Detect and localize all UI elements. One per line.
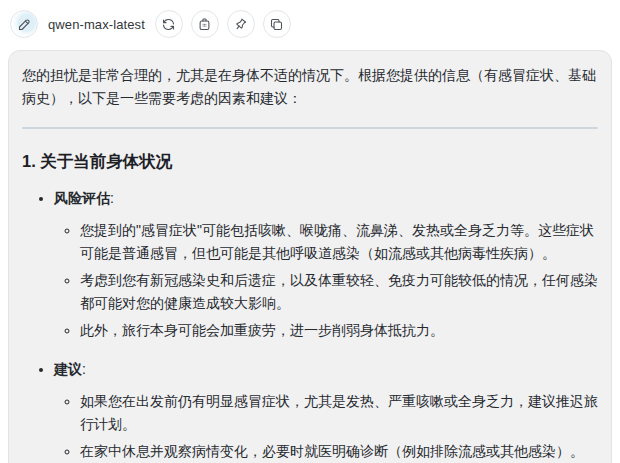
sub-list-item: 此外，旅行本身可能会加重疲劳，进一步削弱身体抵抗力。 xyxy=(80,319,598,342)
sub-bullet-list: 您提到的"感冒症状"可能包括咳嗽、喉咙痛、流鼻涕、发热或全身乏力等。这些症状可能… xyxy=(54,219,598,342)
list-item-advice: 建议: 如果您在出发前仍有明显感冒症状，尤其是发热、严重咳嗽或全身乏力，建议推迟… xyxy=(54,358,598,463)
trash-icon xyxy=(197,17,212,32)
bullet-label: 建议 xyxy=(54,361,82,377)
list-item-risk: 风险评估: 您提到的"感冒症状"可能包括咳嗽、喉咙痛、流鼻涕、发热或全身乏力等。… xyxy=(54,187,598,342)
message-intro-paragraph: 您的担忧是非常合理的，尤其是在身体不适的情况下。根据您提供的信息（有感冒症状、基… xyxy=(22,64,598,110)
pin-icon xyxy=(233,17,248,32)
section-heading: 1. 关于当前身体状况 xyxy=(22,149,598,173)
divider xyxy=(22,127,598,129)
copy-button[interactable] xyxy=(263,10,291,38)
pin-button[interactable] xyxy=(227,10,255,38)
edit-button[interactable] xyxy=(10,10,38,38)
regenerate-button[interactable] xyxy=(155,10,183,38)
sub-list-item: 在家中休息并观察病情变化，必要时就医明确诊断（例如排除流感或其他感染）。 xyxy=(80,440,598,463)
sub-list-item: 您提到的"感冒症状"可能包括咳嗽、喉咙痛、流鼻涕、发热或全身乏力等。这些症状可能… xyxy=(80,219,598,265)
refresh-icon xyxy=(161,17,176,32)
delete-button[interactable] xyxy=(191,10,219,38)
bullet-label: 风险评估 xyxy=(54,190,110,206)
copy-icon xyxy=(269,17,284,32)
sub-list-item: 考虑到您有新冠感染史和后遗症，以及体重较轻、免疫力可能较低的情况，任何感染都可能… xyxy=(80,269,598,315)
bullet-label-suffix: : xyxy=(110,190,114,206)
model-name-label: qwen-max-latest xyxy=(48,17,145,32)
message-toolbar: qwen-max-latest xyxy=(0,0,620,40)
pencil-icon xyxy=(17,17,32,32)
assistant-message-card: 您的担忧是非常合理的，尤其是在身体不适的情况下。根据您提供的信息（有感冒症状、基… xyxy=(8,50,612,463)
bullet-label-suffix: : xyxy=(82,361,86,377)
bullet-list: 风险评估: 您提到的"感冒症状"可能包括咳嗽、喉咙痛、流鼻涕、发热或全身乏力等。… xyxy=(22,187,598,463)
sub-list-item: 如果您在出发前仍有明显感冒症状，尤其是发热、严重咳嗽或全身乏力，建议推迟旅行计划… xyxy=(80,390,598,436)
sub-bullet-list: 如果您在出发前仍有明显感冒症状，尤其是发热、严重咳嗽或全身乏力，建议推迟旅行计划… xyxy=(54,390,598,463)
